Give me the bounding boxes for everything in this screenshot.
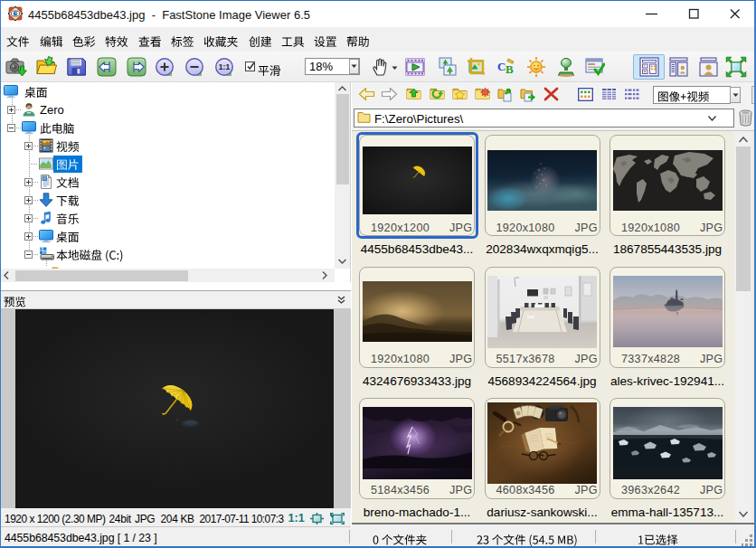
svg-text:C: C [497,60,506,73]
svg-text:B: B [506,62,514,76]
svg-text:1:1: 1:1 [219,62,231,71]
